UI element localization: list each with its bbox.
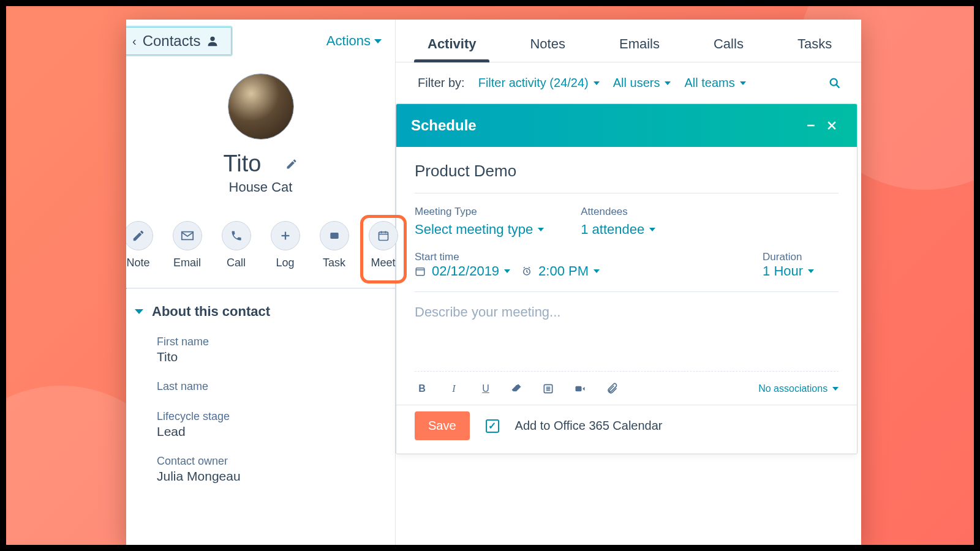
filter-activity-dropdown[interactable]: Filter activity (24/24): [478, 76, 600, 90]
note-button[interactable]: [126, 221, 153, 250]
duration-value: 1 Hour: [763, 263, 803, 279]
meeting-type-dropdown[interactable]: Select meeting type: [415, 222, 544, 238]
chevron-down-icon: [374, 39, 382, 43]
contact-name: Tito: [224, 151, 262, 177]
first-name-label: First name: [157, 335, 379, 348]
about-section-toggle[interactable]: About this contact: [135, 304, 379, 320]
start-date-value: 02/12/2019: [432, 263, 499, 279]
start-time-label: Start time: [415, 251, 600, 263]
filter-users-dropdown[interactable]: All users: [613, 76, 671, 90]
tab-calls[interactable]: Calls: [700, 36, 757, 62]
contact-subtitle: House Cat: [229, 179, 293, 195]
task-button[interactable]: [320, 221, 349, 250]
duration-label: Duration: [763, 251, 814, 263]
svg-point-0: [211, 37, 215, 41]
schedule-footer: Save ✓ Add to Office 365 Calendar: [396, 405, 857, 454]
meeting-title-input[interactable]: Product Demo: [415, 162, 839, 193]
svg-rect-20: [576, 386, 582, 391]
main-content: Activity Notes Emails Calls Tasks Filter…: [396, 20, 861, 545]
email-button[interactable]: [173, 221, 202, 250]
chevron-down-icon: [740, 81, 746, 85]
video-button[interactable]: [574, 383, 589, 395]
app-window: ‹ Contacts Actions Tito: [126, 20, 861, 545]
lifecycle-stage-value[interactable]: Lead: [157, 424, 379, 439]
lifecycle-stage-label: Lifecycle stage: [157, 410, 379, 423]
email-label: Email: [173, 257, 201, 269]
filter-activity-label: Filter activity (24/24): [478, 76, 589, 90]
bold-button[interactable]: B: [415, 383, 429, 394]
associations-dropdown[interactable]: No associations: [758, 383, 839, 394]
chevron-left-icon: ‹: [132, 34, 137, 48]
italic-button[interactable]: I: [447, 383, 461, 394]
chevron-down-icon: [649, 228, 655, 231]
svg-line-9: [836, 84, 839, 88]
description-input[interactable]: Describe your meeting...: [415, 292, 839, 372]
eraser-button[interactable]: [510, 383, 525, 395]
call-label: Call: [227, 257, 246, 269]
search-icon[interactable]: [828, 77, 842, 90]
filter-by-label: Filter by:: [418, 76, 465, 90]
chevron-down-icon: [594, 269, 600, 273]
tab-notes[interactable]: Notes: [516, 36, 578, 62]
attendees-dropdown[interactable]: 1 attendee: [581, 222, 655, 238]
avatar[interactable]: [228, 73, 294, 140]
calendar-checkbox[interactable]: ✓: [486, 419, 499, 433]
svg-point-8: [831, 78, 837, 85]
tab-emails[interactable]: Emails: [606, 36, 673, 62]
chevron-down-icon: [538, 228, 544, 231]
minimize-button[interactable]: [801, 115, 821, 136]
about-title: About this contact: [152, 304, 270, 320]
duration-dropdown[interactable]: 1 Hour: [763, 263, 814, 279]
schedule-title: Schedule: [411, 117, 477, 134]
save-label: Save: [428, 419, 456, 432]
associations-label: No associations: [758, 383, 827, 394]
task-label: Task: [323, 257, 345, 269]
filter-row: Filter by: Filter activity (24/24) All u…: [396, 62, 861, 103]
tab-tasks[interactable]: Tasks: [784, 36, 845, 62]
tab-label: Activity: [428, 36, 476, 51]
contact-owner-label: Contact owner: [157, 455, 379, 468]
contact-owner-value[interactable]: Julia Mongeau: [157, 469, 379, 484]
start-date-dropdown[interactable]: 02/12/2019: [432, 263, 510, 279]
chevron-down-icon: [594, 81, 600, 85]
chevron-down-icon: [832, 387, 839, 391]
person-icon: [204, 32, 221, 50]
chevron-down-icon: [135, 309, 143, 314]
actions-dropdown[interactable]: Actions: [326, 33, 382, 49]
editor-toolbar: B I U: [415, 372, 839, 401]
chevron-down-icon: [808, 269, 814, 273]
back-label: Contacts: [143, 32, 201, 50]
schedule-panel-header: Schedule: [396, 104, 857, 147]
tab-label: Calls: [714, 36, 744, 51]
filter-teams-dropdown[interactable]: All teams: [684, 76, 745, 90]
tab-activity[interactable]: Activity: [414, 36, 489, 62]
tab-label: Tasks: [797, 36, 832, 51]
log-label: Log: [276, 257, 294, 269]
tabs-bar: Activity Notes Emails Calls Tasks: [396, 20, 861, 62]
first-name-value[interactable]: Tito: [157, 350, 379, 364]
log-button[interactable]: [271, 221, 300, 250]
left-sidebar: ‹ Contacts Actions Tito: [126, 20, 396, 545]
attendees-label: Attendees: [581, 206, 655, 218]
clock-icon: [521, 266, 532, 277]
close-button[interactable]: [821, 115, 842, 136]
last-name-label: Last name: [157, 380, 379, 393]
list-button[interactable]: [542, 383, 557, 395]
calendar-checkbox-label: Add to Office 365 Calendar: [515, 419, 663, 433]
start-time-dropdown[interactable]: 2:00 PM: [538, 263, 600, 279]
pencil-icon[interactable]: [285, 158, 298, 170]
meeting-type-label: Meeting Type: [415, 206, 544, 218]
call-button[interactable]: [222, 221, 251, 250]
note-label: Note: [126, 257, 149, 269]
underline-button[interactable]: U: [478, 383, 493, 394]
attachment-button[interactable]: [606, 383, 620, 395]
svg-rect-3: [330, 233, 338, 239]
start-time-value: 2:00 PM: [538, 263, 589, 279]
calendar-icon: [415, 266, 426, 277]
description-placeholder: Describe your meeting...: [415, 304, 560, 320]
meeting-type-value: Select meeting type: [415, 222, 533, 238]
back-to-contacts-button[interactable]: ‹ Contacts: [126, 27, 232, 55]
attendees-value: 1 attendee: [581, 222, 644, 238]
save-button[interactable]: Save: [415, 411, 470, 440]
highlight-box: [360, 215, 407, 283]
